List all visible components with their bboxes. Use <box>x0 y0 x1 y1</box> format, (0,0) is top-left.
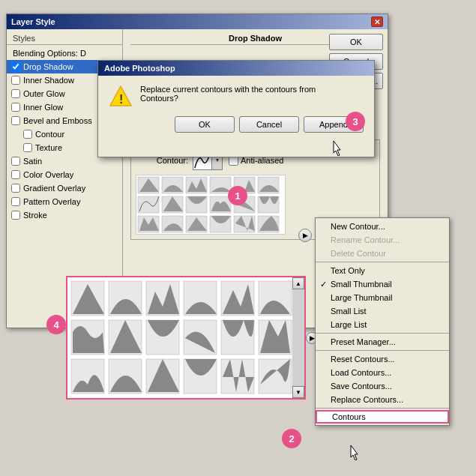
separator-1 <box>316 262 449 262</box>
menu-small-thumbnail[interactable]: ✓ Small Thumbnail <box>316 277 449 291</box>
annotation-3: 3 <box>346 112 365 131</box>
context-menu: New Contour... Rename Contour... Delete … <box>315 217 450 426</box>
inner-glow-label: Inner Glow <box>23 103 63 112</box>
contour-expand-button[interactable]: ▶ <box>298 229 312 242</box>
inner-glow-checkbox[interactable] <box>11 103 20 112</box>
menu-new-contour[interactable]: New Contour... <box>316 220 449 233</box>
ps-message-line2: Contours? <box>140 94 316 103</box>
contour-checkbox[interactable] <box>23 130 32 139</box>
svg-text:!: ! <box>119 93 123 106</box>
separator-2 <box>316 333 449 334</box>
ps-dialog-content: ! Replace current contours with the cont… <box>109 85 364 109</box>
menu-small-list[interactable]: Small List <box>316 304 449 318</box>
gradient-overlay-label: Gradient Overlay <box>23 184 85 193</box>
menu-replace-contours[interactable]: Replace Contours... <box>316 393 449 406</box>
window-titlebar: Layer Style ✕ <box>7 14 388 29</box>
menu-save-contours[interactable]: Save Contours... <box>316 379 449 393</box>
styles-label: Styles <box>7 32 122 45</box>
gradient-overlay-checkbox[interactable] <box>11 184 20 193</box>
blending-options-item[interactable]: Blending Options: D <box>7 46 122 60</box>
svg-marker-0 <box>216 159 219 162</box>
scroll-down-button[interactable]: ▼ <box>292 386 304 398</box>
menu-reset-contours[interactable]: Reset Contours... <box>316 352 449 366</box>
annotation-1: 1 <box>228 186 247 205</box>
drop-shadow-label: Drop Shadow <box>23 62 73 71</box>
satin-label: Satin <box>23 157 42 166</box>
outer-glow-checkbox[interactable] <box>11 89 20 98</box>
window-title: Layer Style <box>11 17 55 26</box>
pattern-overlay-label: Pattern Overlay <box>23 197 80 206</box>
sidebar-item-color-overlay[interactable]: Color Overlay <box>7 168 122 181</box>
outer-glow-label: Outer Glow <box>23 89 65 98</box>
bevel-emboss-label: Bevel and Emboss <box>23 116 92 125</box>
contour-label: Contour <box>35 130 64 139</box>
warning-icon: ! <box>109 85 133 109</box>
ps-message-line1: Replace current contours with the contou… <box>140 85 316 94</box>
cursor-icon-2 <box>349 445 360 460</box>
scroll-up-button[interactable]: ▲ <box>292 277 304 289</box>
ps-ok-button[interactable]: OK <box>175 116 235 133</box>
ps-dialog-title: Adobe Photoshop <box>98 61 374 76</box>
color-overlay-label: Color Overlay <box>23 170 73 179</box>
stroke-checkbox[interactable] <box>11 211 20 220</box>
ok-button[interactable]: OK <box>329 34 383 50</box>
contour-preview-area <box>136 175 286 235</box>
sidebar-item-gradient-overlay[interactable]: Gradient Overlay <box>7 181 122 195</box>
drop-shadow-checkbox[interactable] <box>11 62 20 71</box>
sidebar-item-pattern-overlay[interactable]: Pattern Overlay <box>7 195 122 208</box>
pattern-overlay-checkbox[interactable] <box>11 197 20 206</box>
inner-shadow-checkbox[interactable] <box>11 76 20 85</box>
annotation-4: 4 <box>46 315 66 334</box>
menu-large-thumbnail[interactable]: Large Thumbnail <box>316 291 449 304</box>
bevel-emboss-checkbox[interactable] <box>11 116 20 125</box>
contour-panel-expanded: ▲ ▼ ▶ <box>66 276 306 400</box>
annotation-2: 2 <box>282 429 301 448</box>
separator-4 <box>316 408 449 409</box>
menu-load-contours[interactable]: Load Contours... <box>316 366 449 379</box>
sidebar-item-stroke[interactable]: Stroke <box>7 208 122 222</box>
satin-checkbox[interactable] <box>11 157 20 166</box>
menu-preset-manager[interactable]: Preset Manager... <box>316 335 449 349</box>
stroke-label: Stroke <box>23 211 47 220</box>
photoshop-dialog: Adobe Photoshop ! Replace current contou… <box>97 60 375 157</box>
ps-cancel-button[interactable]: Cancel <box>239 116 299 133</box>
color-overlay-checkbox[interactable] <box>11 170 20 179</box>
menu-delete-contour: Delete Contour <box>316 247 449 260</box>
menu-text-only[interactable]: Text Only <box>316 264 449 277</box>
ps-dialog-buttons: OK Cancel Append <box>109 116 364 133</box>
separator-3 <box>316 350 449 351</box>
texture-label: Texture <box>35 143 62 152</box>
close-button[interactable]: ✕ <box>371 16 383 27</box>
menu-rename-contour: Rename Contour... <box>316 233 449 247</box>
ps-dialog-message: Replace current contours with the contou… <box>140 85 316 103</box>
texture-checkbox[interactable] <box>23 143 32 152</box>
menu-large-list[interactable]: Large List <box>316 318 449 331</box>
inner-shadow-label: Inner Shadow <box>23 76 74 85</box>
menu-contours[interactable]: Contours <box>316 410 449 424</box>
